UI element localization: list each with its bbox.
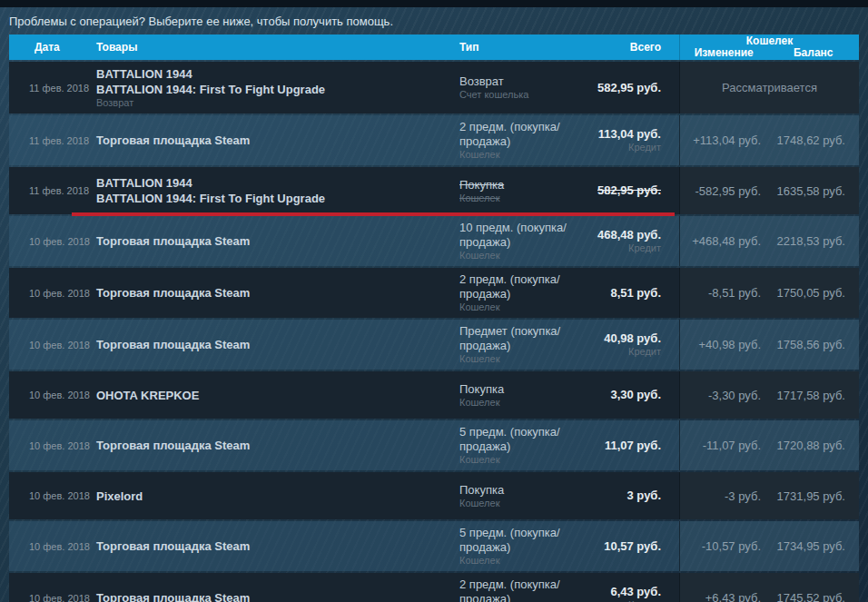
item-name: OHOTA KREPKOE (96, 388, 436, 403)
transaction-total: 582,95 руб. (581, 62, 679, 113)
wallet-change: +113,04 руб. (679, 115, 767, 165)
wallet-balance: 1750,05 руб. (767, 268, 859, 318)
type-label: Покупка (459, 382, 572, 397)
transaction-row[interactable]: 10 фев. 2018Торговая площадка Steam10 пр… (9, 216, 859, 266)
header-date: Дата (9, 35, 91, 60)
type-source: Кошелек (459, 397, 572, 409)
transaction-date: 11 фев. 2018 (9, 62, 91, 113)
table-header: Дата Товары Тип Всего Кошелек Изменение … (9, 35, 859, 60)
transaction-date: 10 фев. 2018 (9, 371, 91, 419)
purchase-history-table: Дата Товары Тип Всего Кошелек Изменение … (9, 35, 859, 602)
transaction-type: 2 предм. (покупка/​продажа)Кошелек (436, 573, 581, 602)
item-name: Торговая площадка Steam (96, 285, 436, 301)
transaction-row[interactable]: 10 фев. 2018Торговая площадка Steam5 пре… (9, 420, 859, 470)
transaction-total: 113,04 руб.Кредит (581, 115, 679, 165)
refund-highlight-line (72, 212, 675, 216)
transaction-type: 5 предм. (покупка/​продажа)Кошелек (436, 420, 581, 470)
transaction-total: 468,48 руб.Кредит (581, 216, 679, 266)
total-amount: 10,57 руб. (581, 539, 661, 554)
type-label: Возврат (459, 74, 572, 89)
wallet-balance: 1748,62 руб. (767, 115, 859, 165)
type-label: 2 предм. (покупка/​продажа) (459, 120, 572, 149)
wallet-change: -3 руб. (679, 472, 767, 519)
transaction-row[interactable]: 10 фев. 2018Торговая площадка Steam5 пре… (9, 521, 859, 571)
transaction-date: 10 фев. 2018 (9, 320, 91, 370)
wallet-change: -3,30 руб. (679, 371, 767, 419)
wallet-change: -8,51 руб. (679, 268, 767, 318)
item-name: BATTALION 1944 (96, 175, 436, 191)
top-divider (0, 0, 868, 7)
total-amount: 3 руб. (581, 489, 661, 503)
total-note: Кредит (581, 346, 661, 358)
wallet-balance: 1720,88 руб. (767, 420, 859, 470)
wallet-balance: 2218,53 руб. (767, 216, 859, 266)
transaction-row[interactable]: 11 фев. 2018BATTALION 1944BATTALION 1944… (9, 167, 859, 214)
total-amount: 6,43 руб. (581, 585, 661, 599)
transaction-type: 2 предм. (покупка/​продажа)Кошелек (436, 115, 581, 165)
transaction-total: 8,51 руб. (581, 268, 679, 318)
transaction-items: Торговая площадка Steam (91, 521, 436, 571)
total-amount: 582,95 руб. (581, 81, 661, 95)
wallet-balance: 1734,95 руб. (767, 521, 859, 571)
transaction-row[interactable]: 10 фев. 2018PixelordПокупкаКошелек3 руб.… (9, 472, 859, 519)
item-subtype: Возврат (96, 97, 436, 109)
type-label: 2 предм. (покупка/​продажа) (459, 272, 572, 301)
transaction-row[interactable]: 10 фев. 2018Торговая площадка Steam2 пре… (9, 268, 859, 318)
type-label: 5 предм. (покупка/​продажа) (459, 526, 572, 555)
header-wallet-change: Изменение (680, 47, 768, 59)
type-label: 2 предм. (покупка/​продажа) (459, 577, 572, 602)
transaction-row[interactable]: 10 фев. 2018Торговая площадка Steam2 пре… (9, 573, 859, 602)
total-amount: 11,07 руб. (581, 439, 661, 453)
transaction-total: 3,30 руб. (581, 371, 679, 419)
transaction-type: 5 предм. (покупка/​продажа)Кошелек (436, 521, 581, 571)
type-source: Кошелек (459, 498, 572, 509)
transaction-date: 10 фев. 2018 (9, 521, 91, 571)
item-name: BATTALION 1944: First To Fight Upgrade (96, 82, 436, 97)
transaction-row[interactable]: 10 фев. 2018OHOTA KREPKOEПокупкаКошелек3… (9, 371, 859, 419)
item-name: Торговая площадка Steam (96, 133, 436, 148)
transaction-date: 10 фев. 2018 (9, 573, 91, 602)
item-name: Торговая площадка Steam (96, 538, 436, 554)
total-amount: 40,98 руб. (581, 331, 661, 346)
transaction-total: 582,95 руб. (581, 167, 679, 214)
transaction-total: 6,43 руб.Кредит (581, 573, 679, 602)
total-amount: 468,48 руб. (581, 228, 661, 242)
transaction-row[interactable]: 10 фев. 2018Торговая площадка SteamПредм… (9, 320, 859, 370)
transaction-type: 2 предм. (покупка/​продажа)Кошелек (436, 268, 581, 318)
transaction-items: Торговая площадка Steam (91, 420, 436, 470)
wallet-balance: 1745,52 руб. (767, 573, 859, 602)
transaction-items: BATTALION 1944BATTALION 1944: First To F… (91, 167, 436, 214)
wallet-status: Рассматривается (679, 62, 859, 113)
transaction-items: Торговая площадка Steam (91, 268, 436, 318)
transaction-type: ПокупкаКошелек (436, 472, 581, 519)
total-amount: 113,04 руб. (581, 127, 661, 142)
type-label: Покупка (459, 178, 572, 192)
transaction-type: Предмет (покупка/​продажа)Кошелек (436, 320, 581, 370)
type-label: 10 предм. (покупка/​продажа) (459, 221, 572, 250)
header-items: Товары (91, 35, 436, 60)
type-label: Предмет (покупка/​продажа) (459, 324, 572, 353)
transaction-items: OHOTA KREPKOE (91, 371, 436, 419)
wallet-balance: 1758,56 руб. (767, 320, 859, 370)
transaction-date: 10 фев. 2018 (9, 472, 91, 519)
type-source: Кошелек (459, 192, 572, 204)
wallet-change: +40,98 руб. (679, 320, 767, 370)
type-source: Кошелек (459, 149, 572, 161)
wallet-change: -582,95 руб. (679, 167, 767, 214)
transaction-items: Pixelord (91, 472, 436, 519)
wallet-change: -10,57 руб. (679, 521, 767, 571)
transaction-items: BATTALION 1944BATTALION 1944: First To F… (91, 62, 436, 113)
help-text: Проблемы с операцией? Выберите ее ниже, … (9, 15, 859, 28)
item-name: Торговая площадка Steam (96, 233, 436, 249)
transaction-row[interactable]: 11 фев. 2018BATTALION 1944BATTALION 1944… (9, 62, 859, 113)
transaction-total: 40,98 руб.Кредит (581, 320, 679, 370)
type-source: Кошелек (459, 353, 572, 365)
transaction-type: 10 предм. (покупка/​продажа)Кошелек (436, 216, 581, 266)
item-name: BATTALION 1944: First To Fight Upgrade (96, 191, 436, 206)
total-amount: 582,95 руб. (581, 183, 661, 198)
transaction-date: 11 фев. 2018 (9, 115, 91, 165)
transaction-total: 11,07 руб. (581, 420, 679, 470)
transaction-type: ВозвратСчет кошелька (436, 62, 581, 113)
wallet-balance: 1635,58 руб. (767, 167, 859, 214)
transaction-row[interactable]: 11 фев. 2018Торговая площадка Steam2 пре… (9, 115, 859, 165)
